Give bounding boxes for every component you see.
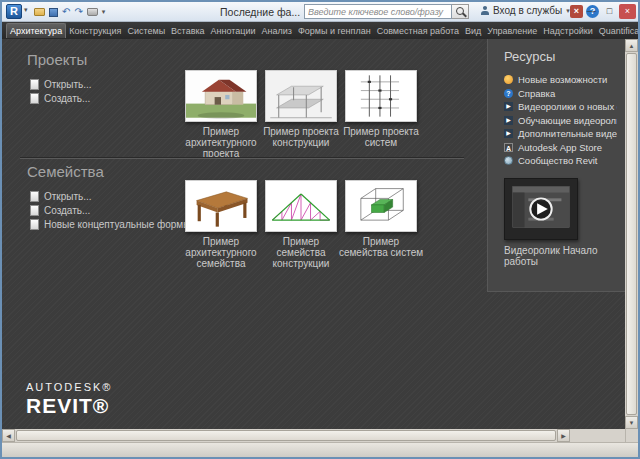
tab-manage[interactable]: Управление bbox=[484, 24, 540, 38]
tab-massing-site[interactable]: Формы и генплан bbox=[295, 24, 374, 38]
projects-open-link[interactable]: Открыть... bbox=[30, 79, 92, 90]
document-icon bbox=[30, 93, 39, 104]
autodesk-revit-logo: AUTODESK® REVIT® bbox=[26, 381, 112, 418]
project-sample-architecture-thumb[interactable] bbox=[185, 70, 257, 122]
resources-panel: Ресурсы Новые возможности ? Справка ▶ Ви… bbox=[487, 39, 625, 292]
minimize-button[interactable]: — bbox=[583, 4, 600, 19]
open-icon[interactable] bbox=[34, 8, 45, 16]
resource-label: Справка bbox=[518, 88, 555, 99]
document-icon bbox=[30, 79, 39, 90]
family-sample-architecture-label[interactable]: Пример архитектурного семейства bbox=[177, 236, 265, 269]
exchange-apps-icon[interactable]: × bbox=[570, 5, 583, 18]
families-open-link[interactable]: Открыть... bbox=[30, 191, 92, 202]
status-bar bbox=[2, 442, 638, 457]
titlebar: R ▾ ↶ ↷ ▾ Последние фа... Вход в службы … bbox=[2, 2, 638, 22]
scroll-down-icon[interactable]: ▼ bbox=[625, 416, 638, 429]
scrollbar-corner bbox=[625, 429, 638, 442]
redo-icon[interactable]: ↷ bbox=[74, 4, 82, 20]
signin-button[interactable]: Вход в службы ▾ bbox=[480, 5, 570, 16]
tab-annotate[interactable]: Аннотации bbox=[208, 24, 259, 38]
maximize-button[interactable]: □ bbox=[601, 4, 618, 19]
ribbon-tab-bar: Архитектура Конструкция Системы Вставка … bbox=[2, 22, 638, 39]
family-sample-systems-label[interactable]: Пример семейства систем bbox=[337, 236, 425, 258]
project-sample-architecture-label[interactable]: Пример архитектурного проекта bbox=[177, 126, 265, 159]
projects-header: Проекты bbox=[27, 51, 87, 68]
autodesk-wordmark: AUTODESK® bbox=[26, 381, 112, 393]
resource-link-community[interactable]: Сообщество Revit bbox=[504, 154, 617, 168]
search-binoculars-icon[interactable] bbox=[452, 4, 469, 19]
signin-label: Вход в службы bbox=[493, 5, 562, 16]
revit-window: R ▾ ↶ ↷ ▾ Последние фа... Вход в службы … bbox=[0, 0, 640, 459]
tab-insert[interactable]: Вставка bbox=[168, 24, 207, 38]
scroll-left-icon[interactable]: ◀ bbox=[2, 429, 15, 442]
family-sample-structure-label[interactable]: Пример семейства конструкции bbox=[257, 236, 345, 269]
resource-label: Дополнительные видеоролики bbox=[518, 128, 617, 139]
resource-link-training-videos[interactable]: ▶ Обучающие видеоролики bbox=[504, 114, 617, 128]
save-icon[interactable] bbox=[49, 8, 58, 17]
resource-label: Видеоролики о новых функциях bbox=[518, 101, 617, 112]
projects-new-link[interactable]: Создать... bbox=[30, 93, 90, 104]
tab-view[interactable]: Вид bbox=[462, 24, 484, 38]
families-header: Семейства bbox=[27, 163, 104, 180]
tab-collaborate[interactable]: Совместная работа bbox=[374, 24, 462, 38]
families-new-link[interactable]: Создать... bbox=[30, 205, 90, 216]
document-icon bbox=[30, 205, 39, 216]
truss-image bbox=[266, 181, 336, 231]
families-new-conceptual-label: Новые концептуальные формы... bbox=[44, 219, 199, 230]
undo-icon[interactable]: ↶ bbox=[62, 4, 70, 20]
projects-open-label: Открыть... bbox=[44, 79, 92, 90]
resources-header: Ресурсы bbox=[504, 49, 617, 64]
community-globe-icon bbox=[504, 156, 513, 165]
family-sample-architecture-thumb[interactable] bbox=[185, 180, 257, 232]
scroll-right-icon[interactable]: ▶ bbox=[557, 429, 570, 442]
video-icon: ▶ bbox=[504, 116, 513, 125]
family-sample-structure-thumb[interactable] bbox=[265, 180, 337, 232]
horizontal-scrollbar[interactable]: ◀ ▶ bbox=[2, 429, 638, 442]
getting-started-video-label[interactable]: Видеоролик Начало работы bbox=[504, 245, 604, 267]
whats-new-icon bbox=[504, 75, 513, 84]
app-menu-button[interactable]: R bbox=[6, 4, 22, 19]
print-icon[interactable] bbox=[87, 8, 98, 16]
document-icon bbox=[30, 219, 39, 230]
families-new-label: Создать... bbox=[44, 205, 90, 216]
project-sample-structure-thumb[interactable] bbox=[265, 70, 337, 122]
person-icon bbox=[480, 6, 489, 15]
quick-access-toolbar: ↶ ↷ ▾ bbox=[34, 4, 105, 20]
resource-link-new-feature-videos[interactable]: ▶ Видеоролики о новых функциях bbox=[504, 100, 617, 114]
resource-link-additional-videos[interactable]: ▶ Дополнительные видеоролики bbox=[504, 127, 617, 141]
help-icon: ? bbox=[504, 89, 513, 98]
tab-addins[interactable]: Надстройки bbox=[540, 24, 595, 38]
resource-label: Новые возможности bbox=[518, 74, 607, 85]
resource-link-whats-new[interactable]: Новые возможности bbox=[504, 73, 617, 87]
project-sample-systems-thumb[interactable] bbox=[345, 70, 417, 122]
house-image bbox=[186, 71, 256, 121]
tab-architecture[interactable]: Архитектура bbox=[6, 23, 66, 38]
family-sample-systems-thumb[interactable] bbox=[345, 180, 417, 232]
document-icon bbox=[30, 191, 39, 202]
project-sample-systems-label[interactable]: Пример проекта систем bbox=[337, 126, 425, 148]
structure-image bbox=[266, 71, 336, 121]
tab-quantification[interactable]: Quantification bbox=[596, 24, 640, 38]
app-menu-caret-icon[interactable]: ▾ bbox=[24, 6, 28, 14]
search-area bbox=[304, 4, 469, 19]
tab-structure[interactable]: Конструкция bbox=[66, 24, 124, 38]
window-controls: — □ × bbox=[583, 4, 636, 19]
getting-started-video-thumb[interactable] bbox=[504, 178, 578, 240]
qat-customize-caret-icon[interactable]: ▾ bbox=[102, 4, 106, 20]
scroll-up-icon[interactable]: ▲ bbox=[625, 39, 638, 52]
table-image bbox=[186, 181, 256, 231]
search-input[interactable] bbox=[304, 4, 452, 19]
vertical-scrollbar-thumb[interactable] bbox=[626, 53, 637, 415]
resource-link-help[interactable]: ? Справка bbox=[504, 87, 617, 101]
tab-analyze[interactable]: Анализ bbox=[259, 24, 295, 38]
project-sample-structure-label[interactable]: Пример проекта конструкции bbox=[257, 126, 345, 148]
resource-link-app-store[interactable]: A Autodesk App Store bbox=[504, 141, 617, 155]
resource-label: Обучающие видеоролики bbox=[518, 115, 617, 126]
families-new-conceptual-link[interactable]: Новые концептуальные формы... bbox=[30, 219, 199, 230]
horizontal-scrollbar-thumb[interactable] bbox=[16, 430, 556, 441]
close-button[interactable]: × bbox=[619, 4, 636, 19]
resource-label: Autodesk App Store bbox=[518, 142, 602, 153]
wireframe-box-image bbox=[346, 181, 416, 231]
vertical-scrollbar[interactable]: ▲ ▼ bbox=[625, 39, 638, 429]
tab-systems[interactable]: Системы bbox=[124, 24, 168, 38]
